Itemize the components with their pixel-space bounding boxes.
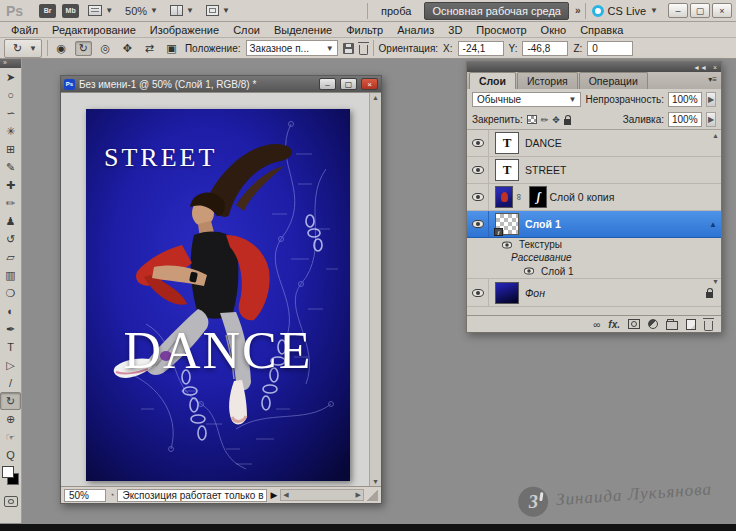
doc-close-button[interactable]: × bbox=[361, 78, 378, 90]
layer-row-background[interactable]: Фон bbox=[467, 279, 721, 307]
zoom-tool[interactable]: Q bbox=[0, 446, 21, 464]
move-tool[interactable]: ➤ bbox=[0, 68, 21, 86]
menu-window[interactable]: Окно bbox=[534, 24, 574, 36]
panel-menu-icon[interactable]: ▾≡ bbox=[708, 75, 717, 84]
layer-mask-thumbnail[interactable]: ʃ bbox=[529, 186, 547, 208]
menu-file[interactable]: Файл bbox=[4, 24, 45, 36]
lasso-tool[interactable]: ∽ bbox=[0, 104, 21, 122]
save-view-icon[interactable] bbox=[343, 43, 354, 54]
dodge-tool[interactable]: ◐ bbox=[0, 302, 21, 320]
workspace-overflow-button[interactable]: » bbox=[575, 5, 579, 16]
3d-rotate-mode-button[interactable]: ↻ bbox=[75, 41, 92, 56]
z-field[interactable]: 0 bbox=[587, 41, 633, 56]
menu-layers[interactable]: Слои bbox=[226, 24, 267, 36]
status-zoom-field[interactable]: 50% bbox=[64, 489, 106, 502]
doc-minimize-button[interactable]: – bbox=[319, 78, 336, 90]
opacity-spinner[interactable]: ▶ bbox=[706, 92, 716, 107]
tab-history[interactable]: История bbox=[517, 72, 578, 89]
workspace-proba-button[interactable]: проба bbox=[374, 3, 418, 19]
document-title-bar[interactable]: Ps Без имени-1 @ 50% (Слой 1, RGB/8) * –… bbox=[61, 76, 381, 92]
tool-preset-picker[interactable]: ↻ ▼ bbox=[4, 39, 42, 58]
eraser-tool[interactable]: ▱ bbox=[0, 248, 21, 266]
marquee-tool[interactable]: ○ bbox=[0, 86, 21, 104]
visibility-cell[interactable] bbox=[467, 184, 489, 210]
gradient-tool[interactable]: ▥ bbox=[0, 266, 21, 284]
visibility-cell[interactable] bbox=[467, 157, 489, 183]
visibility-cell[interactable] bbox=[467, 279, 489, 306]
opacity-field[interactable]: 100% bbox=[668, 92, 702, 107]
3d-pan-mode-button[interactable]: ✥ bbox=[119, 41, 136, 56]
eye-icon[interactable] bbox=[524, 268, 534, 275]
layer-row-layer1-selected[interactable]: f Слой 1 ▲ bbox=[467, 211, 721, 238]
list-scroll-up-icon[interactable]: ▲ bbox=[712, 132, 719, 139]
path-selection-tool[interactable]: ▷ bbox=[0, 356, 21, 374]
maximize-button[interactable]: ▢ bbox=[690, 3, 710, 18]
delete-layer-icon[interactable] bbox=[704, 321, 713, 331]
menu-view[interactable]: Просмотр bbox=[469, 24, 533, 36]
foreground-color-swatch[interactable] bbox=[2, 466, 14, 478]
scroll-up-icon[interactable]: ▲ bbox=[372, 94, 379, 101]
menu-edit[interactable]: Редактирование bbox=[45, 24, 143, 36]
adjustment-layer-icon[interactable] bbox=[648, 319, 658, 329]
3d-roll-mode-button[interactable]: ◎ bbox=[97, 41, 114, 56]
effect-row-scatter-layer[interactable]: Слой 1 bbox=[467, 264, 721, 279]
arrange-documents-button[interactable]: ▼ bbox=[167, 4, 197, 17]
scroll-right-icon[interactable]: ▶ bbox=[356, 491, 361, 499]
horizontal-scrollbar[interactable]: ◀ ▶ bbox=[280, 489, 364, 501]
new-group-icon[interactable] bbox=[666, 321, 678, 330]
effects-collapse-icon[interactable]: ▲ bbox=[709, 220, 717, 229]
brush-tool[interactable]: ✏ bbox=[0, 194, 21, 212]
quick-mask-button[interactable] bbox=[4, 496, 18, 507]
zoom-level-button[interactable]: 50% ▼ bbox=[122, 4, 161, 18]
menu-3d[interactable]: 3D bbox=[441, 24, 469, 36]
screen-mode-button[interactable]: ▼ bbox=[203, 4, 233, 17]
layer-row-street[interactable]: T STREET bbox=[467, 157, 721, 184]
tab-layers[interactable]: Слои bbox=[469, 72, 516, 89]
view-extras-button[interactable]: ▼ bbox=[85, 4, 116, 17]
menu-select[interactable]: Выделение bbox=[267, 24, 339, 36]
position-dropdown[interactable]: Заказное п... ▼ bbox=[246, 40, 338, 56]
blur-tool[interactable]: ❍ bbox=[0, 284, 21, 302]
close-panel-icon[interactable]: × bbox=[713, 64, 717, 71]
tab-actions[interactable]: Операции bbox=[579, 72, 648, 89]
3d-orbit-tool[interactable]: ⊕ bbox=[0, 410, 21, 428]
collapse-panel-icon[interactable]: ◄◄ bbox=[693, 64, 707, 71]
menu-filter[interactable]: Фильтр bbox=[339, 24, 390, 36]
clone-stamp-tool[interactable]: ♟ bbox=[0, 212, 21, 230]
fill-spinner[interactable]: ▶ bbox=[706, 112, 716, 127]
layer-row-dance[interactable]: T DANCE bbox=[467, 130, 721, 157]
effect-row-textures[interactable]: Текстуры bbox=[467, 238, 721, 251]
mask-link-icon[interactable]: ∞ bbox=[514, 194, 524, 200]
menu-help[interactable]: Справка bbox=[573, 24, 630, 36]
history-brush-tool[interactable]: ↺ bbox=[0, 230, 21, 248]
menu-analysis[interactable]: Анализ bbox=[390, 24, 441, 36]
layer-row-layer0-copy[interactable]: ∞ ʃ Слой 0 копия bbox=[467, 184, 721, 211]
doc-maximize-button[interactable]: ▢ bbox=[340, 78, 357, 90]
healing-brush-tool[interactable]: ✚ bbox=[0, 176, 21, 194]
fill-field[interactable]: 100% bbox=[668, 112, 702, 127]
mini-bridge-button[interactable]: Mb bbox=[62, 4, 79, 18]
crop-tool[interactable]: ⊞ bbox=[0, 140, 21, 158]
pen-tool[interactable]: ✒ bbox=[0, 320, 21, 338]
new-layer-icon[interactable] bbox=[686, 319, 696, 330]
eye-icon[interactable] bbox=[502, 241, 512, 248]
add-mask-icon[interactable] bbox=[628, 319, 640, 329]
bridge-button[interactable]: Br bbox=[39, 4, 56, 18]
lock-all-icon[interactable] bbox=[564, 119, 571, 125]
tools-collapse-button[interactable]: » bbox=[0, 59, 21, 68]
quick-selection-tool[interactable]: ✳ bbox=[0, 122, 21, 140]
canvas-area[interactable]: STREET DANCE ▲ ▼ bbox=[61, 92, 381, 486]
visibility-cell[interactable] bbox=[467, 130, 489, 156]
lock-pixels-icon[interactable]: ✏ bbox=[541, 115, 549, 125]
minimize-button[interactable]: – bbox=[668, 3, 688, 18]
poster-artwork[interactable]: STREET DANCE bbox=[86, 109, 350, 481]
workspace-main-button[interactable]: Основная рабочая среда bbox=[424, 2, 569, 20]
lock-transparency-icon[interactable] bbox=[527, 115, 537, 124]
lock-position-icon[interactable]: ✥ bbox=[552, 115, 560, 125]
3d-rotate-tool[interactable]: ↻ bbox=[0, 392, 21, 410]
delete-view-icon[interactable] bbox=[359, 45, 368, 55]
type-tool[interactable]: T bbox=[0, 338, 21, 356]
3d-return-home-button[interactable]: ◉ bbox=[53, 41, 70, 56]
x-field[interactable]: -24,1 bbox=[458, 41, 504, 56]
status-menu-arrow-icon[interactable]: ▶ bbox=[270, 490, 277, 500]
